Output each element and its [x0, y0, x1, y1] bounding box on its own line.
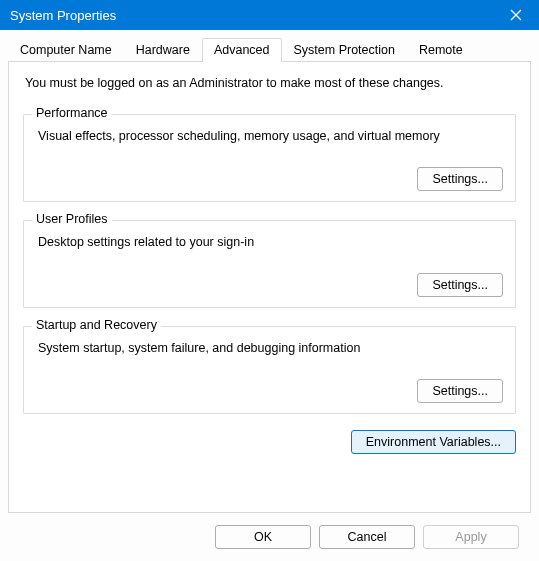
group-startup-title: Startup and Recovery — [32, 318, 161, 332]
tab-remote[interactable]: Remote — [407, 38, 475, 62]
window-title: System Properties — [10, 8, 493, 23]
group-user-profiles-title: User Profiles — [32, 212, 112, 226]
close-button[interactable] — [493, 0, 539, 30]
cancel-button[interactable]: Cancel — [319, 525, 415, 549]
performance-settings-button[interactable]: Settings... — [417, 167, 503, 191]
dialog-body: Computer Name Hardware Advanced System P… — [0, 30, 539, 561]
group-startup-desc: System startup, system failure, and debu… — [38, 341, 503, 355]
group-performance-actions: Settings... — [36, 167, 503, 191]
environment-variables-row: Environment Variables... — [23, 424, 516, 454]
group-startup-recovery: Startup and Recovery System startup, sys… — [23, 326, 516, 414]
group-performance-desc: Visual effects, processor scheduling, me… — [38, 129, 503, 143]
startup-settings-button[interactable]: Settings... — [417, 379, 503, 403]
group-user-profiles: User Profiles Desktop settings related t… — [23, 220, 516, 308]
titlebar: System Properties — [0, 0, 539, 30]
group-user-profiles-desc: Desktop settings related to your sign-in — [38, 235, 503, 249]
environment-variables-button[interactable]: Environment Variables... — [351, 430, 516, 454]
tab-system-protection[interactable]: System Protection — [282, 38, 407, 62]
group-performance: Performance Visual effects, processor sc… — [23, 114, 516, 202]
tab-computer-name[interactable]: Computer Name — [8, 38, 124, 62]
dialog-footer: OK Cancel Apply — [8, 513, 531, 561]
tab-panel-advanced: You must be logged on as an Administrato… — [8, 61, 531, 513]
ok-button[interactable]: OK — [215, 525, 311, 549]
tab-advanced[interactable]: Advanced — [202, 38, 282, 62]
group-user-profiles-actions: Settings... — [36, 273, 503, 297]
apply-button[interactable]: Apply — [423, 525, 519, 549]
group-performance-title: Performance — [32, 106, 112, 120]
admin-notice: You must be logged on as an Administrato… — [25, 76, 516, 90]
system-properties-window: System Properties Computer Name Hardware… — [0, 0, 539, 561]
close-icon — [510, 9, 522, 21]
group-startup-actions: Settings... — [36, 379, 503, 403]
tab-hardware[interactable]: Hardware — [124, 38, 202, 62]
tab-strip: Computer Name Hardware Advanced System P… — [8, 38, 531, 61]
user-profiles-settings-button[interactable]: Settings... — [417, 273, 503, 297]
